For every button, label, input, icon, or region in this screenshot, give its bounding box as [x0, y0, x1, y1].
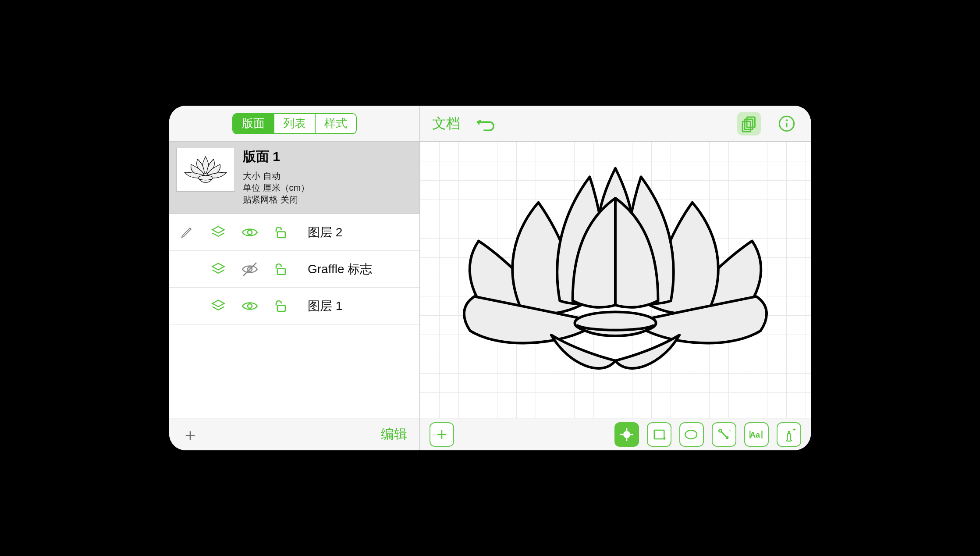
eye-off-icon[interactable] [240, 260, 259, 278]
svg-line-4 [243, 263, 256, 276]
info-icon[interactable] [775, 112, 799, 135]
svg-point-6 [248, 304, 252, 308]
canvas-title: 版面 1 [243, 148, 309, 166]
tab-styles[interactable]: 样式 [315, 114, 356, 133]
layer-row[interactable]: Graffle 标志 [169, 251, 419, 288]
svg-text:+: + [663, 435, 666, 441]
units-label: 单位 [243, 183, 260, 192]
svg-rect-7 [277, 305, 285, 311]
svg-point-1 [248, 230, 252, 235]
tool-bar: + + + Aa + [420, 418, 811, 450]
pencil-icon [177, 226, 196, 239]
right-toolbar: 文档 [420, 106, 811, 142]
layer-row[interactable]: 图层 2 [169, 214, 419, 251]
left-toolbar: 版面 列表 样式 [169, 106, 419, 142]
svg-text:+: + [696, 428, 699, 433]
canvas-thumbnail [176, 148, 235, 192]
eye-icon[interactable] [240, 224, 259, 241]
canvas-info: 版面 1 大小 自动 单位 厘米（cm） 贴紧网格 关闭 [243, 148, 309, 206]
eye-icon[interactable] [240, 297, 259, 315]
edit-button[interactable]: 编辑 [381, 425, 407, 443]
selection-tool[interactable] [614, 422, 639, 447]
svg-text:+: + [793, 427, 796, 433]
lotus-icon [179, 152, 232, 187]
layer-row[interactable]: 图层 1 [169, 288, 419, 324]
add-shape-tool[interactable] [430, 422, 454, 447]
svg-text:Aa: Aa [750, 430, 760, 439]
svg-rect-2 [277, 232, 285, 238]
svg-text:+: + [728, 428, 731, 434]
layer-stack-icon[interactable] [209, 225, 228, 240]
right-panel: 文档 [420, 106, 811, 450]
left-footer: ＋ 编辑 [169, 418, 419, 450]
tab-canvases[interactable]: 版面 [233, 114, 273, 133]
view-segmented-control: 版面 列表 样式 [232, 113, 357, 134]
layer-stack-icon[interactable] [209, 261, 228, 277]
layer-list: 图层 2 Graffle 标志 [169, 214, 419, 418]
layer-name: 图层 2 [308, 224, 342, 241]
line-tool[interactable]: + [712, 422, 736, 447]
svg-point-17 [624, 431, 629, 437]
units-value: 厘米（cm） [263, 183, 310, 192]
documents-button[interactable]: 文档 [432, 114, 460, 133]
undo-button[interactable] [474, 112, 498, 135]
tab-list[interactable]: 列表 [273, 114, 315, 133]
size-value: 自动 [263, 171, 281, 181]
app-screen: 版面 列表 样式 [169, 106, 811, 450]
canvas-meta: 大小 自动 单位 厘米（cm） 贴紧网格 关闭 [243, 170, 309, 206]
svg-point-31 [788, 431, 790, 433]
lotus-drawing[interactable] [444, 160, 786, 382]
canvas-card[interactable]: 版面 1 大小 自动 单位 厘米（cm） 贴紧网格 关闭 [169, 142, 419, 214]
left-panel: 版面 列表 样式 [169, 106, 420, 450]
lock-open-icon[interactable] [272, 261, 291, 277]
ellipse-tool[interactable]: + [679, 422, 704, 447]
svg-point-13 [786, 120, 787, 121]
svg-rect-5 [277, 268, 285, 274]
snap-value: 关闭 [281, 195, 298, 204]
layer-name: 图层 1 [308, 298, 342, 314]
snap-label: 贴紧网格 [243, 195, 278, 204]
layer-stack-icon[interactable] [209, 298, 228, 314]
layer-name: Graffle 标志 [308, 261, 372, 278]
freehand-tool[interactable]: + [777, 422, 801, 447]
device-frame: 版面 列表 样式 [162, 99, 818, 457]
size-label: 大小 [243, 171, 260, 181]
text-tool[interactable]: Aa [744, 422, 769, 447]
svg-point-24 [685, 430, 697, 438]
canvas-area[interactable] [420, 142, 811, 418]
lock-open-icon[interactable] [272, 298, 291, 314]
lock-open-icon[interactable] [272, 225, 291, 240]
svg-point-26 [719, 429, 721, 432]
add-layer-button[interactable]: ＋ [181, 426, 199, 443]
copies-icon[interactable] [737, 112, 761, 135]
rectangle-tool[interactable]: + [647, 422, 671, 447]
